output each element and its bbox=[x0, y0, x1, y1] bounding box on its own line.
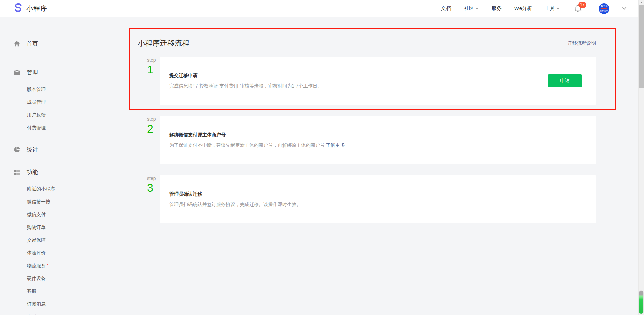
step-row-3: step 3 管理员确认迁移 管理员扫码确认并签订服务协议，完成迁移。该操作即时… bbox=[147, 175, 596, 223]
grid-icon bbox=[13, 169, 21, 176]
nav-services[interactable]: 服务 bbox=[492, 5, 502, 12]
logo-title: 小程序 bbox=[26, 4, 47, 13]
step-card-desc: 完成信息填写-授权验证-支付费用-审核等步骤，审核时间为1-7个工作日。 bbox=[169, 83, 596, 89]
sidebar-divider bbox=[27, 59, 66, 59]
step-word: step bbox=[147, 117, 160, 121]
chevron-down-icon bbox=[475, 7, 479, 10]
step-card-title: 提交迁移申请 bbox=[169, 73, 596, 79]
main-content: 小程序迁移流程 迁移流程说明 step 1 提交迁移申请 完成信息填写-授权验证… bbox=[91, 18, 644, 315]
sidebar-divider bbox=[27, 160, 66, 160]
sidebar-item-features[interactable]: 功能 bbox=[0, 167, 91, 177]
scrollbar-up-arrow[interactable]: ▲ bbox=[639, 0, 644, 5]
sidebar-item-shopping-orders[interactable]: 购物订单 bbox=[0, 221, 91, 234]
step-card-unbind-merchant: 解绑微信支付原主体商户号 为了保证支付不中断，建议先绑定新主体的商户号，再解绑原… bbox=[160, 116, 596, 164]
sidebar-item-payment-manage[interactable]: 付费管理 bbox=[0, 121, 91, 134]
step-word: step bbox=[147, 58, 160, 62]
sidebar-item-label: 管理 bbox=[27, 69, 38, 76]
account-avatar[interactable]: 数字化 智慧零售 bbox=[599, 3, 609, 14]
migration-steps: step 1 提交迁移申请 完成信息填写-授权验证-支付费用-审核等步骤，审核时… bbox=[147, 57, 596, 223]
step-card-desc: 为了保证支付不中断，建议先绑定新主体的商户号，再解绑原主体的商户号了解更多 bbox=[169, 142, 596, 148]
sidebar-item-live[interactable]: 直播 bbox=[0, 311, 91, 315]
sidebar-item-statistics[interactable]: 统计 bbox=[0, 145, 91, 154]
chevron-down-icon bbox=[556, 7, 560, 10]
sidebar-item-label: 首页 bbox=[27, 40, 38, 48]
nav-docs[interactable]: 文档 bbox=[441, 5, 451, 12]
sidebar: 首页 管理 版本管理 成员管理 用户反馈 付费管理 统计 bbox=[0, 18, 91, 315]
step-word: step bbox=[147, 176, 160, 181]
new-feature-dot bbox=[47, 264, 48, 265]
sidebar-item-manage[interactable]: 管理 bbox=[0, 68, 91, 77]
sidebar-item-hardware-devices[interactable]: 硬件设备 bbox=[0, 272, 91, 285]
sidebar-item-experience-rating[interactable]: 体验评价 bbox=[0, 247, 91, 259]
step-card-desc: 管理员扫码确认并签订服务协议，完成迁移。该操作即时生效。 bbox=[169, 202, 596, 208]
sidebar-item-subscribe-message[interactable]: 订阅消息 bbox=[0, 298, 91, 311]
step-number: 3 bbox=[147, 182, 160, 194]
step-number: 2 bbox=[147, 123, 160, 134]
page-body: 首页 管理 版本管理 成员管理 用户反馈 付费管理 统计 bbox=[0, 18, 644, 315]
sidebar-item-version-manage[interactable]: 版本管理 bbox=[0, 83, 91, 96]
sidebar-item-member-manage[interactable]: 成员管理 bbox=[0, 96, 91, 109]
step-card-title: 解绑微信支付原主体商户号 bbox=[169, 132, 596, 138]
sidebar-item-label: 功能 bbox=[27, 168, 38, 176]
home-icon bbox=[13, 40, 21, 47]
page-title: 小程序迁移流程 bbox=[138, 38, 189, 48]
avatar-text-line2: 智慧零售 bbox=[600, 10, 608, 12]
avatar-red-bar bbox=[601, 8, 607, 9]
sidebar-item-wechat-search[interactable]: 微信搜一搜 bbox=[0, 196, 91, 208]
nav-tools[interactable]: 工具 bbox=[545, 5, 560, 12]
top-header: 小程序 文档 社区 服务 We分析 工具 17 数字化 bbox=[0, 0, 644, 18]
screenshot-tool-indicator bbox=[639, 291, 643, 314]
sidebar-item-transaction-guarantee[interactable]: 交易保障 bbox=[0, 234, 91, 247]
sidebar-item-logistics-service[interactable]: 物流服务 bbox=[0, 259, 91, 272]
nav-we-analysis[interactable]: We分析 bbox=[514, 5, 532, 12]
sidebar-item-home[interactable]: 首页 bbox=[0, 39, 91, 48]
avatar-text-line1: 数字化 bbox=[601, 5, 607, 7]
sidebar-item-customer-service[interactable]: 客服 bbox=[0, 285, 91, 298]
sidebar-item-user-feedback[interactable]: 用户反馈 bbox=[0, 109, 91, 121]
step-card-title: 管理员确认迁移 bbox=[169, 191, 596, 197]
sidebar-manage-children: 版本管理 成员管理 用户反馈 付费管理 bbox=[0, 83, 91, 134]
vertical-scrollbar[interactable]: ▲ ▼ bbox=[638, 0, 644, 315]
apply-button[interactable]: 申请 bbox=[548, 74, 582, 87]
miniprogram-logo[interactable]: 小程序 bbox=[13, 3, 47, 14]
pie-chart-icon bbox=[13, 146, 21, 153]
step-number: 1 bbox=[147, 64, 160, 75]
archive-icon bbox=[13, 69, 21, 76]
sidebar-item-nearby-miniprogram[interactable]: 附近的小程序 bbox=[0, 183, 91, 196]
sidebar-features-children: 附近的小程序 微信搜一搜 微信支付 购物订单 交易保障 体验评价 物流服务 硬件… bbox=[0, 183, 91, 315]
notification-bell[interactable]: 17 bbox=[574, 4, 582, 13]
step-card-admin-confirm: 管理员确认迁移 管理员扫码确认并签订服务协议，完成迁移。该操作即时生效。 bbox=[160, 175, 596, 223]
sidebar-item-label: 统计 bbox=[27, 146, 38, 153]
step-row-1: step 1 提交迁移申请 完成信息填写-授权验证-支付费用-审核等步骤，审核时… bbox=[147, 57, 596, 105]
sidebar-divider bbox=[27, 137, 66, 137]
top-nav: 文档 社区 服务 We分析 工具 17 数字化 智慧零售 bbox=[441, 3, 627, 14]
account-chevron-down-icon[interactable] bbox=[622, 7, 627, 10]
notification-count-badge: 17 bbox=[578, 2, 586, 8]
miniprogram-logo-icon bbox=[13, 3, 23, 14]
scrollbar-thumb[interactable] bbox=[639, 5, 644, 88]
step-card-submit-application: 提交迁移申请 完成信息填写-授权验证-支付费用-审核等步骤，审核时间为1-7个工… bbox=[160, 57, 596, 105]
step-row-2: step 2 解绑微信支付原主体商户号 为了保证支付不中断，建议先绑定新主体的商… bbox=[147, 116, 596, 164]
nav-community[interactable]: 社区 bbox=[464, 5, 479, 12]
migration-help-link[interactable]: 迁移流程说明 bbox=[568, 40, 596, 46]
sidebar-item-wechat-pay[interactable]: 微信支付 bbox=[0, 208, 91, 221]
learn-more-link[interactable]: 了解更多 bbox=[326, 142, 345, 148]
